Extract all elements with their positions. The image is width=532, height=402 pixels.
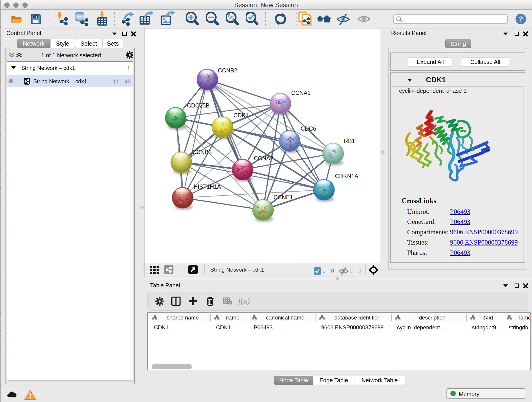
svg-text:RB1: RB1 [344, 138, 355, 144]
svg-text:database identifier: database identifier [334, 314, 379, 321]
svg-text:canonical name: canonical name [266, 314, 304, 321]
svg-text:shared name: shared name [167, 314, 199, 321]
svg-text:description: description [419, 314, 445, 321]
svg-text:CDC25B: CDC25B [187, 102, 210, 109]
svg-text:CCNB2: CCNB2 [218, 67, 237, 74]
svg-text:HIST1H1A: HIST1H1A [194, 183, 221, 190]
svg-text:name: name [226, 314, 239, 321]
svg-text:@id: @id [483, 314, 493, 321]
svg-text:CDKN1A: CDKN1A [335, 173, 358, 179]
svg-text:CCNA1: CCNA1 [291, 89, 311, 96]
svg-text:CCNB1: CCNB1 [192, 149, 212, 155]
svg-text:CCNA2: CCNA2 [254, 155, 273, 161]
svg-text:CDK1: CDK1 [234, 112, 249, 119]
svg-text:CDC6: CDC6 [301, 125, 316, 132]
svg-text:CCNE1: CCNE1 [273, 194, 293, 200]
svg-text:namespace: namespace [517, 314, 530, 321]
